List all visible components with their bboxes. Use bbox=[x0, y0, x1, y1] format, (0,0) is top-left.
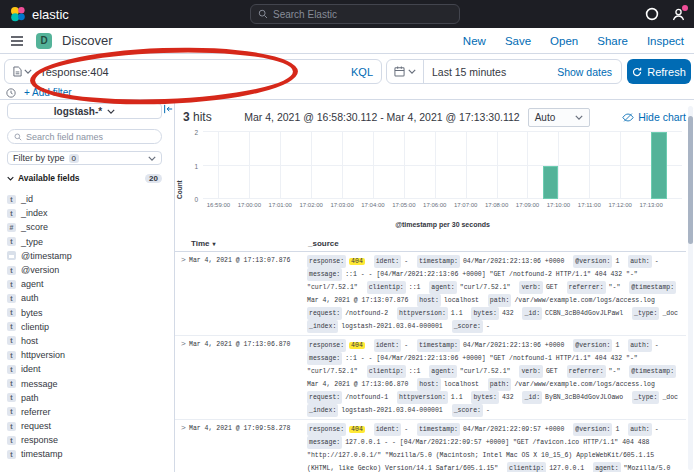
time-range-button[interactable]: Last 15 minutes bbox=[432, 66, 506, 78]
interval-select[interactable]: Auto bbox=[528, 108, 590, 127]
field-name-badge: timestamp: bbox=[417, 339, 460, 352]
hide-chart-button[interactable]: Hide chart bbox=[622, 111, 686, 123]
gridline bbox=[203, 165, 682, 166]
nav-action-inspect[interactable]: Inspect bbox=[647, 35, 684, 47]
filter-by-type-button[interactable]: Filter by type 0 bbox=[7, 151, 162, 165]
histogram-plot-area: Count 01216:59:0017:00:0017:01:0017:02:0… bbox=[203, 132, 682, 199]
field-item-request[interactable]: trequest bbox=[7, 419, 167, 433]
field-type-icon: t bbox=[7, 322, 16, 331]
field-item-_index[interactable]: t_index bbox=[7, 206, 167, 220]
field-item-message[interactable]: tmessage bbox=[7, 376, 167, 390]
header-actions bbox=[645, 0, 686, 28]
field-item-response[interactable]: tresponse bbox=[7, 433, 167, 447]
field-value: logstash-2021.03.04-000001 bbox=[341, 407, 442, 414]
field-name-badge: @version: bbox=[573, 339, 612, 352]
field-name-badge: timestamp: bbox=[417, 255, 460, 268]
query-input[interactable]: response:404 KQL bbox=[4, 59, 382, 84]
scrollbar-thumb[interactable] bbox=[688, 116, 693, 244]
gridline bbox=[527, 132, 528, 199]
field-item-auth[interactable]: tauth bbox=[7, 291, 167, 305]
field-item-httpversion[interactable]: thttpversion bbox=[7, 348, 167, 362]
field-name: httpversion bbox=[21, 350, 65, 360]
field-item-_type[interactable]: t_type bbox=[7, 235, 167, 249]
field-name: request bbox=[21, 421, 51, 431]
field-name-badge: referrer: bbox=[567, 281, 606, 294]
gridline bbox=[203, 131, 682, 132]
field-value: "curl/7.52.1" bbox=[460, 284, 511, 291]
query-language-button[interactable]: KQL bbox=[351, 66, 373, 78]
field-type-icon: t bbox=[7, 308, 16, 317]
y-axis-title: Count bbox=[176, 132, 183, 199]
refresh-button[interactable]: Refresh bbox=[627, 59, 691, 84]
filter-options-icon[interactable] bbox=[6, 88, 16, 98]
field-name-badge: httpversion: bbox=[397, 391, 448, 404]
chevron-down-icon bbox=[7, 176, 14, 181]
field-name: @timestamp bbox=[21, 251, 72, 261]
highlighted-value: 404 bbox=[349, 426, 365, 433]
space-avatar-badge[interactable]: D bbox=[36, 33, 52, 49]
expand-document-button[interactable]: > bbox=[175, 339, 189, 417]
index-pattern-switcher[interactable]: logstash-* bbox=[7, 103, 162, 119]
time-range-display: Mar 4, 2021 @ 16:58:30.112 - Mar 4, 2021… bbox=[244, 111, 519, 123]
field-item-_score[interactable]: #_score bbox=[7, 220, 167, 234]
add-filter-button[interactable]: + Add filter bbox=[24, 87, 72, 98]
field-item-clientip[interactable]: tclientip bbox=[7, 320, 167, 334]
x-axis-tick: 17:08:00 bbox=[485, 202, 508, 208]
nav-action-open[interactable]: Open bbox=[550, 35, 578, 47]
help-icon[interactable] bbox=[645, 7, 659, 21]
chevron-down-icon bbox=[575, 115, 583, 120]
field-name-badge: timestamp: bbox=[417, 423, 460, 436]
time-column-header[interactable]: Time ▾ bbox=[191, 239, 216, 248]
menu-button[interactable] bbox=[10, 35, 24, 47]
field-item-agent[interactable]: tagent bbox=[7, 277, 167, 291]
field-item-@timestamp[interactable]: @timestamp bbox=[7, 249, 167, 263]
field-name-badge: _score: bbox=[452, 404, 483, 417]
collapse-sidebar-button[interactable] bbox=[163, 104, 173, 114]
field-item-bytes[interactable]: tbytes bbox=[7, 306, 167, 320]
field-name-badge: clientip: bbox=[367, 365, 406, 378]
expand-document-button[interactable]: > bbox=[175, 423, 189, 472]
elastic-home-link[interactable]: elastic bbox=[10, 6, 69, 22]
field-value: localhost bbox=[444, 297, 479, 304]
nav-action-save[interactable]: Save bbox=[505, 35, 531, 47]
field-value: 1 bbox=[615, 258, 619, 265]
x-axis-tick: 17:06:00 bbox=[423, 202, 446, 208]
field-type-date-icon bbox=[7, 251, 16, 260]
field-item-host[interactable]: thost bbox=[7, 334, 167, 348]
field-item-timestamp[interactable]: ttimestamp bbox=[7, 447, 167, 461]
field-search-input[interactable]: Search field names bbox=[7, 129, 162, 144]
field-type-icon: t bbox=[7, 365, 16, 374]
scrollbar-track[interactable] bbox=[688, 106, 693, 470]
field-item-_id[interactable]: t_id bbox=[7, 192, 167, 206]
field-name-badge: host: bbox=[417, 378, 441, 391]
query-text[interactable]: response:404 bbox=[42, 66, 109, 78]
field-value: 04/Mar/2021:22:13:06 +0000 bbox=[463, 258, 564, 265]
show-dates-button[interactable]: Show dates bbox=[557, 66, 612, 78]
saved-queries-icon[interactable] bbox=[13, 66, 22, 77]
field-name-badge: agent: bbox=[429, 365, 456, 378]
field-item-referrer[interactable]: treferrer bbox=[7, 405, 167, 419]
field-name-badge: request: bbox=[307, 391, 342, 404]
time-picker-quick-menu[interactable] bbox=[387, 60, 424, 83]
field-name-badge: clientip: bbox=[507, 462, 546, 472]
available-fields-count-badge: 20 bbox=[145, 174, 162, 183]
available-fields-header[interactable]: Available fields 20 bbox=[7, 173, 162, 183]
histogram-bar-17:13:00[interactable] bbox=[651, 132, 666, 199]
nav-action-share[interactable]: Share bbox=[597, 35, 628, 47]
field-value: 432 bbox=[502, 394, 514, 401]
histogram-bar-17:09:30[interactable] bbox=[543, 166, 558, 200]
global-search-input[interactable]: Search Elastic bbox=[250, 4, 460, 24]
field-name-badge: @version: bbox=[573, 255, 612, 268]
user-menu-button[interactable] bbox=[671, 7, 686, 22]
field-value: - bbox=[655, 426, 659, 433]
field-item-path[interactable]: tpath bbox=[7, 391, 167, 405]
expand-document-button[interactable]: > bbox=[175, 255, 189, 333]
fields-sidebar: logstash-* Search field names Filter by … bbox=[0, 100, 175, 472]
field-item-@version[interactable]: t@version bbox=[7, 263, 167, 277]
x-axis-tick: 17:11:00 bbox=[578, 202, 601, 208]
field-type-icon: t bbox=[7, 237, 16, 246]
field-name-badge: ident: bbox=[374, 339, 401, 352]
field-item-ident[interactable]: tident bbox=[7, 362, 167, 376]
gridline bbox=[249, 132, 250, 199]
nav-action-new[interactable]: New bbox=[463, 35, 486, 47]
